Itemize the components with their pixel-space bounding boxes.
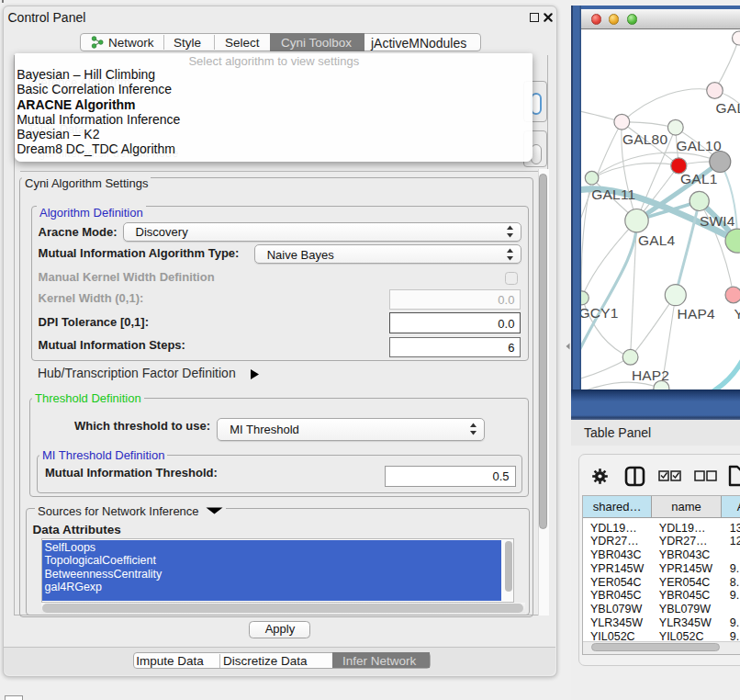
svg-text:GCY1: GCY1 — [581, 305, 619, 321]
svg-text:GAL4: GAL4 — [638, 232, 676, 248]
svg-text:Y: Y — [734, 306, 740, 322]
svg-text:GAL1: GAL1 — [680, 171, 717, 186]
svg-text:SWI4: SWI4 — [700, 213, 735, 229]
svg-text:HAP2: HAP2 — [632, 367, 669, 383]
svg-text:HAP4: HAP4 — [677, 306, 714, 322]
svg-text:GAL11: GAL11 — [591, 186, 635, 202]
svg-text:GAL7: GAL7 — [715, 100, 740, 116]
svg-text:GAL10: GAL10 — [676, 138, 721, 153]
svg-text:GAL80: GAL80 — [622, 131, 667, 147]
